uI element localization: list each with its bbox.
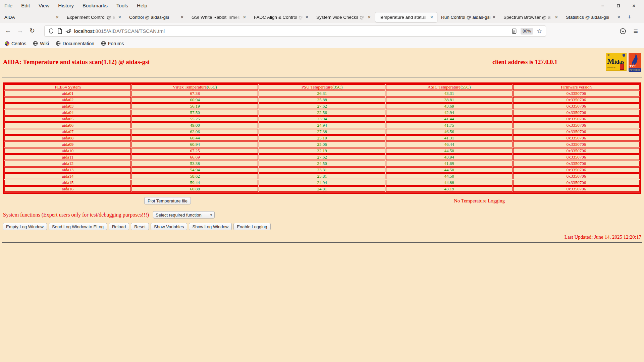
midas-logo[interactable]: ♔ Midas powered by <box>606 53 627 71</box>
cell-asic: 41.31 <box>386 135 513 141</box>
cell-psu: 24.50 <box>259 161 385 167</box>
reload-button[interactable]: ↻ <box>27 26 38 37</box>
reload-button[interactable]: Reload <box>109 223 129 230</box>
cell-psu: 25.88 <box>259 97 385 103</box>
empty-log-window-button[interactable]: Empty Log Window <box>3 223 47 230</box>
globe-icon <box>56 41 61 46</box>
tab-close-icon[interactable]: × <box>491 14 497 20</box>
cell-firmware: 0x3350706 <box>513 97 640 103</box>
table-row: aida1660.8824.8143.190x3350706 <box>4 186 640 192</box>
url-path: :8015/AIDA/TSCAN/TSCAN.tml <box>94 28 165 34</box>
cell-virtex: 60.44 <box>131 135 258 141</box>
tab-close-icon[interactable]: × <box>117 14 123 20</box>
send-log-window-to-elog-button[interactable]: Send Log Window to ELog <box>49 223 107 230</box>
reader-mode-icon[interactable] <box>510 27 519 36</box>
tab-close-icon[interactable]: × <box>54 14 60 20</box>
tab-close-icon[interactable]: × <box>179 14 185 20</box>
tcl-powered-logo[interactable]: TCL POWERED <box>629 53 641 72</box>
show-variables-button[interactable]: Show Variables <box>151 223 187 230</box>
enable-logging-button[interactable]: Enable Logging <box>233 223 270 230</box>
tab-gsi-white-rabbit-times[interactable]: GSI White Rabbit Times× <box>188 12 250 22</box>
cell-virtex: 60.88 <box>131 186 258 192</box>
bookmark-documentation[interactable]: Documentation <box>54 40 98 47</box>
last-updated-text: Last Updated: June 14, 2025 12:20:17 <box>0 234 644 240</box>
system-functions-label: System functions (Expert users only for … <box>3 212 149 218</box>
shield-icon[interactable] <box>47 27 55 36</box>
page-content: AIDA: Temperature and status scan(1.12) … <box>0 48 644 362</box>
bookmark-centos[interactable]: Centos <box>3 40 30 47</box>
zoom-level-badge[interactable]: 80% <box>521 28 533 35</box>
pocket-icon[interactable] <box>620 28 626 35</box>
cell-system: aida05 <box>4 116 131 122</box>
table-row: aida1559.4424.9444.880x3350706 <box>4 180 640 186</box>
cell-system: aida06 <box>4 122 131 128</box>
minimize-button[interactable]: – <box>600 3 605 8</box>
bookmark-forums[interactable]: Forums <box>100 40 127 47</box>
menu-file[interactable]: File <box>0 0 17 11</box>
tab-close-icon[interactable]: × <box>553 14 559 20</box>
bookmark-star-icon[interactable]: ☆ <box>535 27 544 36</box>
bookmark-label: Forums <box>108 41 124 46</box>
menu-tools[interactable]: Tools <box>112 0 132 11</box>
menu-bookmarks[interactable]: Bookmarks <box>78 0 112 11</box>
tab-experiment-control-a[interactable]: Experiment Control @ a× <box>63 12 125 22</box>
midas-red-box <box>620 64 624 70</box>
page-info-icon[interactable] <box>55 27 64 36</box>
show-log-window-button[interactable]: Show Log Window <box>189 223 232 230</box>
bookmarks-toolbar: CentosWikiDocumentationForums <box>0 39 644 48</box>
temperature-logging-status: No Temperature Logging <box>454 198 505 204</box>
bookmark-wiki[interactable]: Wiki <box>32 40 52 47</box>
tab-close-icon[interactable]: × <box>429 14 435 20</box>
tab-statistics-aidas-gsi[interactable]: Statistics @ aidas-gsi× <box>562 12 624 22</box>
close-window-button[interactable]: × <box>631 3 637 8</box>
tab-close-icon[interactable]: × <box>304 14 310 20</box>
table-row: aida1253.3824.5041.690x3350706 <box>4 161 640 167</box>
menu-view[interactable]: View <box>34 0 54 11</box>
function-select[interactable]: Select required function ▾ <box>153 211 215 219</box>
forward-button[interactable]: → <box>15 26 25 37</box>
url-bar[interactable]: localhost:8015/AIDA/TSCAN/TSCAN.tml 80% … <box>44 25 546 37</box>
cell-psu: 32.19 <box>259 148 385 154</box>
tab-spectrum-browser-ai[interactable]: Spectrum Browser @ ai× <box>500 12 562 22</box>
hamburger-menu-icon[interactable]: ≡ <box>634 28 638 35</box>
window-titlebar: FileEditViewHistoryBookmarksToolsHelp – … <box>0 0 644 11</box>
cell-asic: 44.88 <box>386 180 513 186</box>
cell-system: aida10 <box>4 148 131 154</box>
tab-control-aidas-gsi[interactable]: Control @ aidas-gsi× <box>126 12 187 22</box>
reset-button[interactable]: Reset <box>131 223 149 230</box>
table-row: aida1166.6927.6243.940x3350706 <box>4 154 640 160</box>
tab-close-icon[interactable]: × <box>616 14 622 20</box>
menu-help[interactable]: Help <box>132 0 152 11</box>
cell-virtex: 54.94 <box>131 167 258 173</box>
cell-asic: 43.94 <box>386 154 513 160</box>
maximize-button[interactable] <box>617 4 620 7</box>
menu-history[interactable]: History <box>54 0 78 11</box>
crown-icon: ♔ <box>607 53 610 57</box>
tcl-logo-text: TCL <box>630 65 637 68</box>
cell-system: aida09 <box>4 141 131 147</box>
system-functions-row: System functions (Expert users only for … <box>3 211 644 219</box>
back-button[interactable]: ← <box>3 26 13 37</box>
tab-label: Experiment Control @ a <box>67 15 117 20</box>
tab-temperature-and-status[interactable]: Temperature and status× <box>375 12 437 22</box>
tab-system-wide-checks[interactable]: System wide Checks @× <box>313 12 375 22</box>
tab-close-icon[interactable]: × <box>241 14 248 20</box>
cell-psu: 23.31 <box>259 167 385 173</box>
cell-asic: 44.50 <box>386 148 513 154</box>
cell-asic: 41.69 <box>386 161 513 167</box>
cell-system: aida03 <box>4 103 131 109</box>
plug-connection-icon[interactable] <box>64 27 73 36</box>
url-text[interactable]: localhost:8015/AIDA/TSCAN/TSCAN.tml <box>73 28 510 34</box>
table-row: aida0457.5022.5642.940x3350706 <box>4 110 640 116</box>
plot-temperature-file-button[interactable]: Plot Temperature file <box>144 197 191 204</box>
cell-system: aida07 <box>4 129 131 135</box>
menu-edit[interactable]: Edit <box>17 0 34 11</box>
tab-run-control-aidas-gsi[interactable]: Run Control @ aidas-gsi× <box>438 12 499 22</box>
cell-virtex: 58.62 <box>131 173 258 179</box>
tab-fadc-align-control[interactable]: FADC Align & Control @× <box>251 12 312 22</box>
tab-close-icon[interactable]: × <box>366 14 372 20</box>
new-tab-button[interactable]: + <box>625 13 634 22</box>
table-row: aida0649.0024.9441.750x3350706 <box>4 122 640 128</box>
cell-asic: 46.56 <box>386 129 513 135</box>
tab-aida[interactable]: AIDA× <box>1 12 63 22</box>
